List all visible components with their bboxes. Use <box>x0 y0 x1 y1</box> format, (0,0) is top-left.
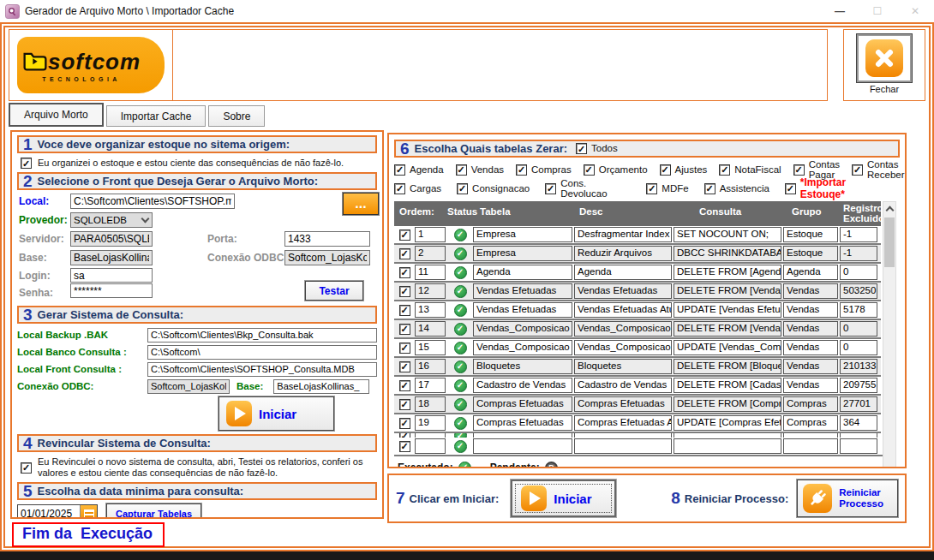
checkbox-icon[interactable]: ✓ <box>516 164 527 176</box>
iniciar-processo-button[interactable]: Iniciar <box>511 480 616 517</box>
window-title: Gerador de Arquivo Morto \ Importador Ca… <box>25 5 234 17</box>
scroll-up-icon[interactable] <box>883 202 895 215</box>
executed-status-icon: ✓ <box>447 359 473 374</box>
servidor-input[interactable] <box>70 231 153 247</box>
consulta-base-input[interactable] <box>273 379 369 394</box>
zerar-checkbox-item[interactable]: ✓*Importar Estouqe* <box>785 176 888 200</box>
porta-input[interactable] <box>284 231 370 247</box>
checkbox-icon[interactable]: ✓ <box>394 183 405 194</box>
tab-sobre[interactable]: Sobre <box>208 105 265 127</box>
row-checkbox[interactable]: ✓ <box>394 283 415 299</box>
row-checkbox[interactable]: ✓ <box>394 359 415 374</box>
checkbox-icon[interactable]: ✓ <box>719 164 730 176</box>
checkbox-icon[interactable]: ✓ <box>646 183 657 194</box>
row-checkbox[interactable]: ✓ <box>394 227 415 242</box>
zerar-checkbox-item[interactable]: ✓Cargas <box>394 183 441 194</box>
section5-header: 5 Escolha da data minima para consulta: <box>17 482 377 500</box>
login-input[interactable] <box>70 268 153 283</box>
row-checkbox[interactable]: ✓ <box>394 246 415 261</box>
revinculei-checkbox[interactable]: ✓ Eu Revinculei o novo sistema de consul… <box>17 455 377 480</box>
row-grupo: Agenda <box>783 265 838 280</box>
scroll-down-icon[interactable] <box>883 465 895 468</box>
section3-header: 3 Gerar Sistema de Consulta: <box>17 306 377 324</box>
fechar-button[interactable] <box>857 34 912 82</box>
table-row: ✓ 18 ✓ Compras Efetuadas Compras Efetuad… <box>394 396 881 414</box>
organizei-estoque-checkbox[interactable]: ✓ Eu organizei o estoque e estou ciente … <box>17 156 377 170</box>
scrollbar-thumb[interactable] <box>884 217 895 267</box>
softcom-logo: softcom TECNOLOGIA <box>17 37 165 93</box>
checkbox-icon[interactable]: ✓ <box>704 183 715 194</box>
row-checkbox[interactable]: ✓ <box>394 378 415 393</box>
checkbox-icon[interactable]: ✓ <box>576 143 587 154</box>
zerar-checkbox-item[interactable]: ✓MDFe <box>646 183 688 194</box>
zerar-checkbox-item[interactable]: ✓Consignacao <box>457 183 530 194</box>
capturar-tabelas-button[interactable]: Capturar Tabelas <box>106 503 201 519</box>
local-input[interactable] <box>70 194 235 209</box>
row-desc: Vendas_Composicao A <box>574 340 672 355</box>
reiniciar-processo-button[interactable]: Reiniciar Processo <box>797 480 898 517</box>
maximize-button[interactable]: ☐ <box>859 0 896 22</box>
minimize-button[interactable]: — <box>821 0 859 22</box>
checkbox-icon[interactable]: ✓ <box>660 164 671 176</box>
row-checkbox[interactable]: ✓ <box>394 340 415 355</box>
row-checkbox[interactable]: ✓ <box>394 438 415 454</box>
checkbox-icon[interactable]: ✓ <box>793 164 805 176</box>
zerar-checkbox-item[interactable]: ✓NotaFiscal <box>719 164 781 176</box>
row-checkbox[interactable]: ✓ <box>394 265 415 280</box>
zerar-checkbox-item[interactable]: ✓Vendas <box>456 164 504 176</box>
row-consulta: DELETE FROM [Cadastro <box>674 378 781 393</box>
data-minima-input[interactable] <box>18 508 80 519</box>
row-grupo: Compras <box>783 415 838 431</box>
row-tabela: Compras Efetuadas <box>473 415 572 431</box>
tab-importar-cache[interactable]: Importar Cache <box>106 105 207 127</box>
row-grupo: Compras <box>783 396 838 412</box>
row-consulta: DELETE FROM [Compras <box>674 396 781 412</box>
importar-estoque-label: *Importar Estouqe* <box>800 176 888 200</box>
row-desc <box>574 438 672 454</box>
section5-number: 5 <box>23 484 33 498</box>
consulta-odbc-input[interactable] <box>147 379 230 394</box>
row-checkbox[interactable]: ✓ <box>394 415 415 431</box>
zerar-checkbox-item[interactable]: ✓Assistencia <box>704 183 769 194</box>
iniciar-consulta-button[interactable]: Iniciar <box>219 396 334 431</box>
table-body: ✓ 1 ✓ Empresa Desfragmentar Index SET NO… <box>394 226 881 438</box>
provedor-select[interactable]: SQLOLEDB <box>70 212 153 228</box>
banco-consulta-input[interactable] <box>147 345 377 360</box>
checkbox-icon[interactable]: ✓ <box>584 164 595 176</box>
close-window-button[interactable]: ✕ <box>896 0 934 22</box>
todos-checkbox[interactable]: ✓ Todos <box>576 143 618 154</box>
table-scrollbar[interactable] <box>883 201 896 468</box>
checkbox-icon[interactable]: ✓ <box>21 462 32 474</box>
front-consulta-input[interactable] <box>147 362 377 377</box>
calendar-icon[interactable] <box>80 505 97 519</box>
browse-button[interactable]: ... <box>343 193 379 215</box>
zerar-checkbox-item[interactable]: ✓Orçamento <box>584 164 648 176</box>
checkbox-icon[interactable]: ✓ <box>394 164 405 176</box>
odbc-input[interactable] <box>284 250 370 265</box>
checkbox-icon[interactable]: ✓ <box>545 183 556 194</box>
checkbox-icon[interactable]: ✓ <box>456 164 467 176</box>
tab-arquivo-morto[interactable]: Arquivo Morto <box>9 103 104 127</box>
logo-box: softcom TECNOLOGIA <box>9 29 173 101</box>
row-checkbox[interactable]: ✓ <box>394 302 415 318</box>
row-checkbox[interactable]: ✓ <box>394 433 415 438</box>
row-checkbox[interactable]: ✓ <box>394 321 415 337</box>
zerar-checkbox-item[interactable]: ✓Ajustes <box>660 164 708 176</box>
row-consulta: DELETE FROM [Vendas E <box>674 283 781 299</box>
checkbox-icon[interactable]: ✓ <box>785 183 796 194</box>
testar-button[interactable]: Testar <box>305 281 363 301</box>
play-icon <box>521 486 547 511</box>
table-row: ✓ 12 ✓ Vendas Efetuadas Vendas Efetuadas… <box>394 283 881 301</box>
table-row: ✓ 2 ✓ Empresa Reduzir Arquivos DBCC SHRI… <box>394 245 881 264</box>
checkbox-icon[interactable]: ✓ <box>21 158 32 169</box>
zerar-checkbox-item[interactable]: ✓Compras <box>516 164 572 176</box>
row-checkbox[interactable]: ✓ <box>394 396 415 412</box>
zerar-checkbox-item[interactable]: ✓Agenda <box>394 164 444 176</box>
checkbox-icon[interactable]: ✓ <box>457 183 468 194</box>
base-input[interactable] <box>70 250 153 265</box>
zerar-checkbox-item[interactable]: ✓Cons. Devolucao <box>545 178 631 199</box>
checkbox-icon[interactable]: ✓ <box>852 164 863 176</box>
backup-bak-input[interactable] <box>147 328 377 343</box>
senha-input[interactable] <box>70 283 153 298</box>
close-x-icon <box>865 39 903 77</box>
